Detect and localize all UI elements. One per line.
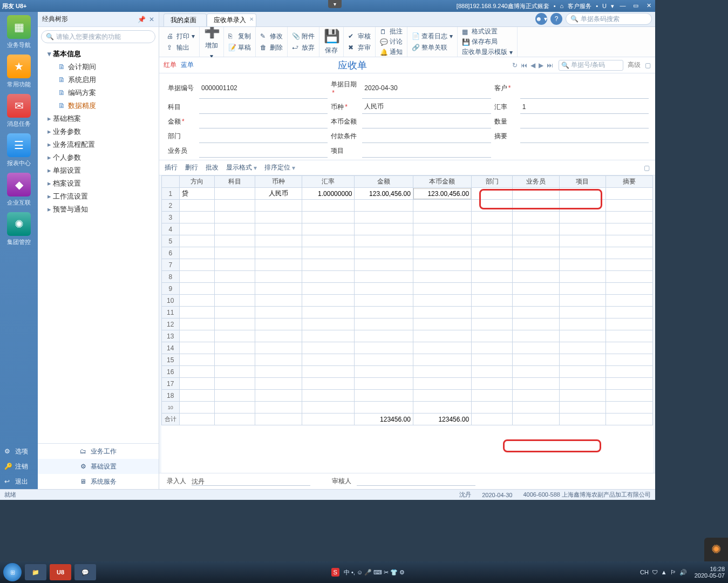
input-currency[interactable]: 人民币 (362, 100, 491, 114)
logout-button[interactable]: 🔑注销 (0, 459, 38, 474)
refresh-icon[interactable]: ↻ (511, 62, 519, 69)
minimize-button[interactable]: — (618, 2, 627, 10)
last-icon[interactable]: ⏭ (546, 62, 554, 69)
home-icon[interactable]: ⌂ (560, 3, 564, 9)
table-row[interactable]: 17 (162, 378, 653, 390)
nav-icon-enterprise[interactable]: ◆ (7, 173, 31, 196)
maximize-button[interactable]: ▭ (631, 2, 640, 10)
copy-button[interactable]: ⎘复制 (228, 32, 251, 41)
table-row[interactable]: 12 (162, 318, 653, 330)
tree-node[interactable]: ▸业务流程配置 (40, 138, 157, 151)
input-dept[interactable] (199, 130, 328, 143)
pin-icon[interactable]: 📌 (138, 16, 146, 23)
table-row[interactable]: 3 (162, 212, 653, 223)
delete-button[interactable]: 🗑删除 (260, 43, 283, 52)
tray-icon[interactable]: 🏳 (670, 569, 676, 575)
table-row[interactable]: 6 (162, 247, 653, 259)
help-button[interactable]: ? (550, 13, 562, 25)
abandon-button[interactable]: ⮐放弃 (292, 43, 315, 52)
table-row[interactable]: 9 (162, 283, 653, 295)
ime-indicator-icon[interactable]: S (331, 568, 339, 577)
col-header[interactable]: 摘要 (606, 176, 653, 188)
col-header[interactable]: 金额 (355, 176, 413, 188)
tree-node[interactable]: ▸预警与通知 (40, 203, 157, 216)
add-button[interactable]: ➕增加 ▾ (204, 24, 219, 60)
col-header[interactable]: 方向 (179, 176, 214, 188)
advanced-link[interactable]: 高级 (628, 60, 641, 70)
note-button[interactable]: 🗒批注 (380, 27, 403, 36)
next-icon[interactable]: ▶ (538, 62, 545, 69)
close-button[interactable]: ✕ (644, 2, 653, 10)
nav-icon-common[interactable]: ★ (7, 55, 31, 78)
table-row[interactable]: 10 (162, 295, 653, 307)
grid-expand-icon[interactable]: ▢ (644, 164, 650, 172)
print-button[interactable]: 🖨打印 ▾ (167, 32, 195, 41)
table-row[interactable]: 18 (162, 390, 653, 402)
nav-icon-business[interactable]: ▦ (7, 15, 31, 39)
audit-button[interactable]: ✔审核 (348, 32, 371, 41)
close-icon[interactable]: ✕ (149, 16, 154, 23)
table-row[interactable]: 15 (162, 354, 653, 366)
relation-button[interactable]: 🔗整单关联 (412, 43, 447, 52)
input-date[interactable]: 2020-04-30 (362, 78, 491, 99)
delete-row-button[interactable]: 删行 (185, 163, 198, 172)
table-row[interactable]: 1 贷 人民币 1.00000000 123.00,456.00 123.00,… (162, 188, 653, 200)
attach-button[interactable]: 📎附件 (292, 32, 315, 41)
input-localamount[interactable] (362, 115, 491, 128)
cell-currency[interactable]: 人民币 (255, 188, 302, 200)
tree-search[interactable]: 🔍 请输入您要搜索的功能 (41, 30, 155, 43)
customer-service-link[interactable]: 客户服务 (568, 2, 591, 10)
close-tab-icon[interactable]: ✕ (249, 16, 254, 22)
tree-node[interactable]: ▸单据设置 (40, 164, 157, 177)
top-search[interactable]: 🔍单据条码搜索 (566, 13, 652, 25)
table-row[interactable]: 2 (162, 200, 653, 212)
draft-button[interactable]: 📝草稿 (228, 43, 251, 52)
insert-row-button[interactable]: 插行 (165, 163, 178, 172)
tree-node[interactable]: ▸业务参数 (40, 125, 157, 138)
table-row[interactable]: 16 (162, 366, 653, 378)
expand-icon[interactable]: ▢ (645, 62, 651, 69)
wechat-icon[interactable]: 💬 (74, 564, 96, 580)
table-row[interactable]: 5 (162, 235, 653, 247)
first-icon[interactable]: ⏮ (520, 62, 528, 69)
cell-amount[interactable]: 123.00,456.00 (355, 188, 413, 200)
batch-edit-button[interactable]: 批改 (206, 163, 219, 172)
tree-node-selected[interactable]: 🗎数据精度 (40, 99, 157, 112)
edit-button[interactable]: ✎修改 (260, 32, 283, 41)
cell-direction[interactable]: 贷 (179, 188, 214, 200)
side-widget[interactable]: ✺ (704, 538, 728, 561)
col-header[interactable]: 业务员 (512, 176, 559, 188)
template-dropdown[interactable]: 应收单显示模版 ▾ (462, 48, 513, 57)
unaudit-button[interactable]: ✖弃审 (348, 43, 371, 52)
notify-button[interactable]: 🔔通知 (380, 48, 403, 57)
input-amount[interactable] (199, 115, 328, 128)
options-button[interactable]: ⚙选项 (0, 444, 38, 459)
tray-lang[interactable]: CH (640, 569, 649, 575)
cell-local-amount[interactable]: 123.00,456.00 (413, 188, 471, 200)
input-customer[interactable] (520, 78, 649, 99)
input-rate[interactable]: 1 (520, 100, 649, 114)
tree-node[interactable]: ▸档案设置 (40, 177, 157, 190)
col-header[interactable]: 科目 (214, 176, 255, 188)
input-billno[interactable]: 0000001102 (199, 78, 328, 99)
export-button[interactable]: ⇪输出 (167, 43, 189, 52)
input-payterm[interactable] (362, 130, 491, 143)
tab-receivable-entry[interactable]: 应收单录入✕ (207, 13, 256, 26)
tray-icon[interactable]: 🔊 (679, 569, 687, 576)
tree-node-root[interactable]: ▾基本信息 (40, 48, 157, 60)
tray-date[interactable]: 2020-05-07 (695, 572, 725, 579)
exit-button[interactable]: ↩退出 (0, 474, 38, 489)
format-button[interactable]: ▦格式设置 (462, 27, 498, 36)
col-header[interactable]: 币种 (255, 176, 302, 188)
nav-icon-group[interactable]: ✺ (7, 212, 31, 236)
user-menu-button[interactable]: ☻ ▾ (535, 13, 547, 25)
input-memo[interactable] (520, 130, 649, 143)
discuss-button[interactable]: 💬讨论 (380, 37, 403, 46)
prev-icon[interactable]: ◀ (529, 62, 536, 69)
table-row[interactable]: 14 (162, 342, 653, 354)
display-format-dropdown[interactable]: 显示格式 (226, 163, 257, 172)
input-project[interactable] (362, 144, 491, 158)
tree-node[interactable]: 🗎会计期间 (40, 60, 157, 73)
input-qty[interactable] (520, 115, 649, 128)
detail-grid[interactable]: 方向 科目 币种 汇率 金额 本币金额 部门 业务员 项目 摘要 1 贷 (161, 175, 653, 425)
